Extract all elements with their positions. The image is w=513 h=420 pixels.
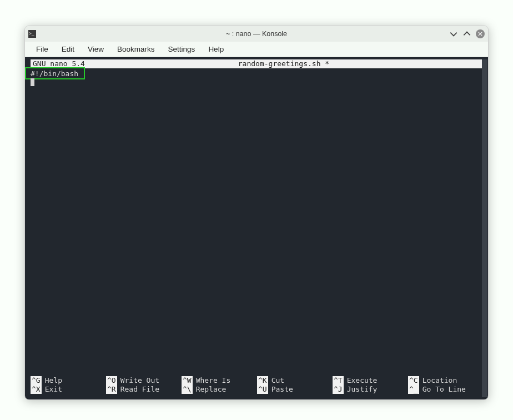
terminal-icon: [28, 30, 36, 38]
menubar: File Edit View Bookmarks Settings Help: [25, 42, 488, 57]
shortcut-help: ^GHelp: [31, 376, 99, 385]
scrollbar-thumb[interactable]: [482, 59, 487, 397]
app-window: ~ : nano — Konsole File Edit View Bookma…: [24, 26, 489, 400]
maximize-button[interactable]: [462, 29, 471, 38]
keycap: ^J: [333, 385, 344, 394]
shortcut-whereis: ^WWhere Is: [182, 376, 250, 385]
shortcut-label: Justify: [347, 385, 378, 394]
menu-bookmarks[interactable]: Bookmarks: [110, 43, 162, 56]
shortcut-location: ^CLocation: [408, 376, 477, 385]
window-title: ~ : nano — Konsole: [226, 30, 287, 38]
shortcut-label: Paste: [271, 385, 293, 394]
keycap: ^G: [31, 376, 42, 385]
minimize-button[interactable]: [449, 29, 458, 38]
menu-edit[interactable]: Edit: [55, 43, 81, 56]
shortcut-label: Read File: [120, 385, 159, 394]
keycap: ^U: [257, 385, 268, 394]
editor-line-1[interactable]: #!/bin/bash: [31, 69, 78, 78]
shortcut-writeout: ^OWrite Out: [106, 376, 175, 385]
keycap: ^C: [408, 376, 419, 385]
text-cursor: [31, 78, 34, 86]
shortcut-label: Replace: [196, 385, 227, 394]
shortcut-readfile: ^RRead File: [106, 385, 175, 394]
shortcut-label: Cut: [271, 376, 284, 385]
keycap: ^\: [182, 385, 193, 394]
menu-view[interactable]: View: [81, 43, 110, 56]
shortcut-replace: ^\Replace: [182, 385, 250, 394]
shortcut-paste: ^UPaste: [257, 385, 326, 394]
keycap: ^K: [257, 376, 268, 385]
window-controls: [449, 29, 485, 38]
keycap: ^T: [333, 376, 344, 385]
close-button[interactable]: [476, 29, 485, 38]
keycap: ^X: [31, 385, 42, 394]
menu-settings[interactable]: Settings: [162, 43, 202, 56]
shortcut-label: Location: [423, 376, 457, 385]
keycap: ^O: [106, 376, 117, 385]
shortcut-gotoline: ^_Go To Line: [408, 385, 477, 394]
shortcut-label: Exit: [45, 385, 62, 394]
scrollbar[interactable]: [482, 59, 487, 397]
shortcut-execute: ^TExecute: [333, 376, 401, 385]
keycap: ^R: [106, 385, 117, 394]
keycap: ^_: [408, 385, 419, 394]
shortcut-label: Where Is: [196, 376, 231, 385]
titlebar: ~ : nano — Konsole: [25, 26, 488, 42]
shortcut-justify: ^JJustify: [333, 385, 401, 394]
shortcut-label: Go To Line: [423, 385, 466, 394]
nano-filename: random-greetings.sh *: [85, 59, 482, 68]
shortcut-label: Write Out: [120, 376, 159, 385]
nano-shortcut-bar: ^GHelp ^OWrite Out ^WWhere Is ^KCut ^TEx…: [31, 376, 477, 394]
shortcut-exit: ^XExit: [31, 385, 99, 394]
menu-help[interactable]: Help: [202, 43, 230, 56]
nano-version: GNU nano 5.4: [31, 59, 85, 68]
nano-header: GNU nano 5.4 random-greetings.sh *: [31, 59, 482, 68]
shortcut-label: Help: [45, 376, 62, 385]
menu-file[interactable]: File: [29, 43, 55, 56]
keycap: ^W: [182, 376, 193, 385]
shortcut-cut: ^KCut: [257, 376, 326, 385]
terminal-area[interactable]: GNU nano 5.4 random-greetings.sh * #!/bi…: [25, 57, 488, 399]
shortcut-label: Execute: [347, 376, 378, 385]
